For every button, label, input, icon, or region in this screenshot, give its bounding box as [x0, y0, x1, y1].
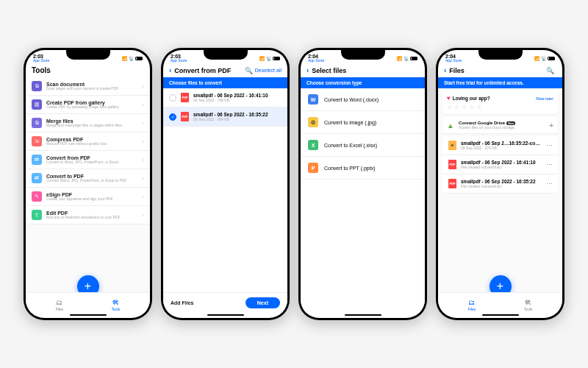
chevron-right-icon: ›	[142, 138, 144, 145]
star-icon[interactable]: ☆	[454, 104, 459, 110]
file-row[interactable]: PDF smallpdf - 06 Sep 2022 - 16:35:2206 …	[163, 107, 287, 127]
nav-files[interactable]: 🗂Files	[468, 299, 476, 311]
file-meta: 06 Sep 2022 · 798 KB	[193, 98, 282, 102]
nav-tools[interactable]: 🛠Tools	[524, 299, 533, 311]
file-row[interactable]: W smallpdf - 06 Sep 2…16:35:22-converted…	[442, 136, 558, 155]
heart-icon: ♥	[447, 95, 451, 102]
type-excel[interactable]: XConvert to Excel (.xlsx)	[301, 134, 425, 157]
next-button[interactable]: Next	[245, 297, 280, 308]
connect-google-drive[interactable]: Connect Google DriveNew Access files on …	[442, 117, 558, 133]
status-back-label[interactable]: App Store	[33, 59, 49, 63]
more-icon[interactable]: ⋯	[546, 180, 552, 188]
type-label: Convert to image (.jpg)	[324, 120, 376, 125]
nav-label: Tools	[524, 307, 533, 311]
radio-checked-icon[interactable]	[169, 113, 176, 121]
deselect-all-button[interactable]: Deselect all	[255, 68, 282, 73]
file-name: smallpdf - 06 Sep 2022 - 16:35:22	[461, 179, 542, 184]
excel-icon: X	[308, 140, 318, 150]
files-icon: 🗂	[56, 299, 62, 306]
page-title: Convert from PDF	[171, 67, 244, 74]
rate-title: Loving our app?	[453, 96, 490, 101]
file-meta: 09 Sep 2022 · 274 KB	[461, 146, 542, 150]
wifi-icon	[266, 56, 271, 61]
status-back-label[interactable]: App Store	[171, 59, 187, 63]
signal-icon	[534, 56, 539, 61]
gallery-icon: ▥	[32, 99, 42, 110]
banner-free-trial[interactable]: Start free trial for unlimited access.	[438, 77, 562, 88]
word-icon: W	[308, 94, 318, 105]
type-ppt[interactable]: PConvert to PPT (.pptx)	[301, 157, 425, 180]
chevron-right-icon: ›	[142, 83, 144, 90]
convert-to-icon: ⇄	[32, 173, 42, 183]
compress-icon: ⇲	[32, 136, 42, 146]
type-label: Convert to PPT (.pptx)	[324, 166, 376, 171]
tool-convert-from-pdf[interactable]: ⇄Convert from PDFConvert to Word, JPG, P…	[26, 151, 150, 169]
more-icon[interactable]: ⋯	[546, 161, 552, 169]
tool-sub: Create your signature and sign your PDF.	[46, 197, 137, 202]
home-indicator[interactable]	[345, 314, 381, 316]
search-icon[interactable]: 🔍	[546, 67, 554, 74]
battery-icon	[410, 57, 417, 60]
tool-sub: Convert Word, JPG, PowerPoint, or Excel …	[46, 179, 137, 183]
type-image[interactable]: ◎Convert to image (.jpg)	[301, 111, 425, 134]
tool-convert-to-pdf[interactable]: ⇄Convert to PDFConvert Word, JPG, PowerP…	[26, 169, 150, 188]
file-row[interactable]: PDF smallpdf - 06 Sep 2022 - 16:41:1006 …	[163, 88, 287, 107]
pdf-icon: PDF	[448, 179, 456, 188]
rate-later-button[interactable]: Rate later	[536, 96, 553, 101]
nav-tools[interactable]: 🛠Tools	[112, 299, 121, 311]
star-icon[interactable]: ☆	[462, 104, 467, 110]
wifi-icon	[404, 56, 409, 61]
home-indicator[interactable]	[70, 314, 107, 316]
star-icon[interactable]: ☆	[469, 104, 474, 110]
home-indicator[interactable]	[482, 314, 519, 316]
banner-choose-files: Choose files to convert	[163, 77, 287, 88]
type-label: Convert to Excel (.xlsx)	[324, 143, 377, 148]
tool-sub: Reduce PDF size without quality loss.	[46, 142, 137, 146]
chevron-right-icon: ›	[142, 194, 144, 200]
battery-icon	[273, 57, 280, 60]
tool-compress[interactable]: ⇲Compress PDFReduce PDF size without qua…	[26, 132, 150, 151]
tool-sub: Scan pages with your camera to create PD…	[46, 87, 137, 91]
search-icon[interactable]: 🔍	[245, 67, 253, 74]
signal-icon	[397, 56, 402, 61]
notch	[478, 50, 523, 60]
file-name: smallpdf - 06 Sep 2022 - 16:41:10	[461, 160, 542, 165]
star-icon[interactable]: ☆	[447, 104, 452, 110]
type-label: Convert to Word (.docx)	[324, 97, 379, 102]
status-back-label[interactable]: App Store	[445, 59, 462, 63]
header-select-type: ‹ Select files	[301, 63, 425, 77]
tool-esign[interactable]: ✎eSign PDFCreate your signature and sign…	[26, 188, 150, 206]
docx-icon: W	[448, 141, 456, 150]
edit-icon: T	[32, 210, 42, 220]
notch	[66, 50, 110, 60]
tool-merge[interactable]: ⧉Merge filesMerge and rearrange files or…	[26, 114, 150, 132]
file-list: PDF smallpdf - 06 Sep 2022 - 16:41:1006 …	[163, 88, 287, 292]
nav-files[interactable]: 🗂Files	[56, 299, 64, 311]
files-icon: 🗂	[468, 299, 475, 306]
chevron-right-icon: ›	[142, 120, 144, 127]
tool-scan-document[interactable]: ⧉Scan documentScan pages with your camer…	[26, 77, 150, 96]
notch	[341, 50, 385, 60]
type-word[interactable]: WConvert to Word (.docx)	[301, 88, 425, 111]
plus-icon[interactable]: +	[549, 121, 553, 130]
nav-label: Files	[56, 307, 64, 311]
tool-title: Convert from PDF	[46, 155, 137, 160]
status-back-label[interactable]: App Store	[308, 59, 324, 63]
rate-card: ♥Loving our app? Rate later ☆☆☆☆☆	[442, 91, 558, 114]
more-icon[interactable]: ⋯	[546, 142, 552, 149]
image-icon: ◎	[308, 117, 318, 127]
phone-convert-select-files: 2:03App Store ‹ Convert from PDF 🔍 Desel…	[161, 48, 290, 320]
tool-edit[interactable]: TEdit PDFAdd text or freehand annotation…	[26, 206, 150, 224]
home-indicator[interactable]	[207, 314, 244, 316]
scan-icon: ⧉	[32, 81, 42, 91]
add-files-button[interactable]: Add Files	[171, 300, 194, 305]
conversion-type-list: WConvert to Word (.docx) ◎Convert to ima…	[301, 88, 425, 313]
radio-unchecked-icon[interactable]	[169, 94, 176, 102]
tool-sub: Merge and rearrange files or pages withi…	[46, 124, 137, 128]
file-row[interactable]: PDF smallpdf - 06 Sep 2022 - 16:35:22Fil…	[442, 174, 558, 194]
page-title: Tools	[32, 66, 51, 74]
tool-create-from-gallery[interactable]: ▥Create PDF from galleryCreate PDF by up…	[26, 96, 150, 114]
tool-title: Scan document	[46, 82, 137, 87]
file-row[interactable]: PDF smallpdf - 06 Sep 2022 - 16:41:10Fil…	[442, 155, 558, 174]
star-icon[interactable]: ☆	[476, 104, 481, 110]
